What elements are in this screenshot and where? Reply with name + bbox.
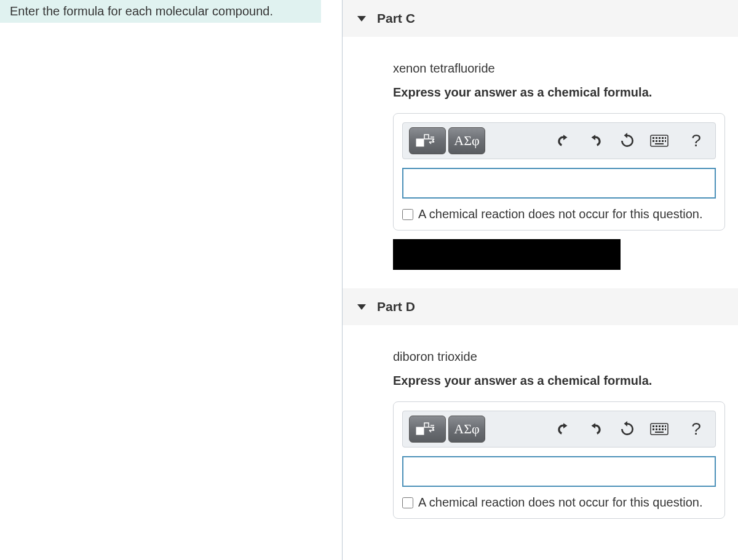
answer-editor: ΑΣφ (393, 113, 725, 231)
part-d-header[interactable]: Part D (343, 288, 738, 325)
svg-rect-1 (424, 135, 429, 139)
chemistry-template-button[interactable] (409, 416, 446, 443)
svg-rect-12 (665, 140, 666, 142)
undo-button[interactable] (550, 417, 576, 441)
answer-instruction: Express your answer as a chemical formul… (393, 374, 726, 388)
question-prompt: Enter the formula for each molecular com… (0, 0, 321, 23)
part-c-title: Part C (377, 11, 415, 26)
svg-rect-11 (662, 140, 664, 142)
answer-editor: ΑΣφ (393, 401, 725, 519)
svg-rect-26 (665, 428, 666, 430)
redacted-block (393, 239, 621, 270)
svg-rect-4 (656, 137, 657, 139)
undo-button[interactable] (550, 128, 576, 153)
no-reaction-label: A chemical reaction does not occur for t… (418, 207, 702, 221)
svg-rect-5 (659, 137, 661, 139)
template-icon (416, 132, 439, 149)
keyboard-button[interactable] (646, 417, 672, 441)
svg-rect-27 (655, 432, 664, 433)
help-button[interactable]: ? (683, 417, 709, 441)
reset-icon (619, 133, 635, 149)
compound-name: diboron trioxide (393, 350, 726, 364)
svg-rect-7 (665, 137, 666, 139)
svg-rect-23 (656, 428, 657, 430)
svg-rect-22 (653, 428, 654, 430)
chevron-down-icon (357, 16, 366, 22)
svg-rect-15 (424, 423, 429, 427)
svg-rect-8 (653, 140, 654, 142)
svg-rect-0 (416, 139, 424, 146)
svg-rect-25 (662, 428, 664, 430)
formula-toolbar: ΑΣφ (402, 411, 716, 448)
svg-rect-21 (665, 425, 666, 427)
template-icon (416, 420, 439, 438)
svg-rect-18 (656, 425, 657, 427)
svg-rect-10 (659, 140, 661, 142)
no-reaction-label: A chemical reaction does not occur for t… (418, 495, 702, 510)
keyboard-button[interactable] (646, 128, 672, 153)
formula-input[interactable] (402, 168, 716, 199)
part-d-title: Part D (377, 299, 415, 314)
no-reaction-row[interactable]: A chemical reaction does not occur for t… (402, 206, 716, 221)
redo-icon (587, 133, 603, 149)
svg-rect-9 (656, 140, 657, 142)
reset-button[interactable] (614, 128, 640, 153)
part-c-block: Part C xenon tetrafluoride Express your … (343, 0, 738, 288)
part-c-header[interactable]: Part C (343, 0, 738, 37)
redo-button[interactable] (582, 417, 608, 441)
svg-rect-3 (653, 137, 654, 139)
no-reaction-checkbox[interactable] (402, 209, 413, 220)
formula-input[interactable] (402, 456, 716, 487)
chevron-down-icon (357, 304, 366, 310)
no-reaction-checkbox[interactable] (402, 497, 413, 508)
svg-rect-24 (659, 428, 661, 430)
redo-icon (587, 421, 603, 437)
keyboard-icon (650, 134, 669, 148)
reset-icon (619, 421, 635, 437)
greek-symbols-button[interactable]: ΑΣφ (448, 416, 485, 443)
vertical-divider (342, 0, 343, 560)
svg-rect-17 (653, 425, 654, 427)
svg-rect-20 (662, 425, 664, 427)
help-button[interactable]: ? (683, 128, 709, 153)
svg-rect-19 (659, 425, 661, 427)
svg-rect-13 (655, 143, 664, 144)
no-reaction-row[interactable]: A chemical reaction does not occur for t… (402, 494, 716, 510)
compound-name: xenon tetrafluoride (393, 61, 726, 76)
svg-rect-14 (416, 427, 424, 435)
answer-instruction: Express your answer as a chemical formul… (393, 85, 726, 100)
redo-button[interactable] (582, 128, 608, 153)
reset-button[interactable] (614, 417, 640, 441)
chemistry-template-button[interactable] (409, 127, 446, 154)
undo-icon (555, 421, 571, 437)
greek-symbols-button[interactable]: ΑΣφ (448, 127, 485, 154)
svg-rect-6 (662, 137, 664, 139)
part-d-block: Part D diboron trioxide Express your ans… (343, 288, 738, 537)
formula-toolbar: ΑΣφ (402, 122, 716, 159)
keyboard-icon (650, 422, 669, 436)
undo-icon (555, 133, 571, 149)
